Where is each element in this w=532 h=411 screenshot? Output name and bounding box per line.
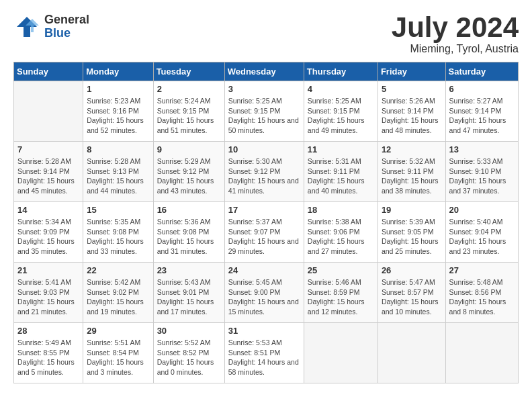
logo-general-text: General [44,13,89,27]
day-info: Sunrise: 5:25 AMSunset: 9:15 PMDaylight:… [228,96,300,136]
calendar-cell: 13Sunrise: 5:33 AMSunset: 9:10 PMDayligh… [445,142,518,202]
day-info: Sunrise: 5:28 AMSunset: 9:13 PMDaylight:… [87,156,149,196]
day-number: 26 [382,265,442,275]
day-info: Sunrise: 5:26 AMSunset: 9:14 PMDaylight:… [382,96,442,136]
calendar-cell: 6Sunrise: 5:27 AMSunset: 9:14 PMDaylight… [445,81,518,142]
calendar-cell: 26Sunrise: 5:47 AMSunset: 8:57 PMDayligh… [378,263,445,323]
day-info: Sunrise: 5:42 AMSunset: 9:02 PMDaylight:… [87,277,149,317]
calendar-cell: 10Sunrise: 5:30 AMSunset: 9:12 PMDayligh… [224,142,304,202]
day-info: Sunrise: 5:36 AMSunset: 9:08 PMDaylight:… [157,217,221,257]
day-number: 9 [157,144,221,154]
day-info: Sunrise: 5:38 AMSunset: 9:06 PMDaylight:… [308,217,374,257]
day-number: 5 [382,84,442,94]
logo: General Blue [13,13,89,40]
day-number: 28 [17,326,79,336]
day-info: Sunrise: 5:46 AMSunset: 8:59 PMDaylight:… [308,277,374,317]
day-info: Sunrise: 5:35 AMSunset: 9:08 PMDaylight:… [87,217,149,257]
day-number: 18 [308,205,374,215]
calendar-cell: 14Sunrise: 5:34 AMSunset: 9:09 PMDayligh… [14,202,83,263]
day-info: Sunrise: 5:48 AMSunset: 8:56 PMDaylight:… [449,277,515,317]
calendar-cell: 19Sunrise: 5:39 AMSunset: 9:05 PMDayligh… [378,202,445,263]
day-info: Sunrise: 5:53 AMSunset: 8:51 PMDaylight:… [228,338,300,377]
calendar-cell: 22Sunrise: 5:42 AMSunset: 9:02 PMDayligh… [83,263,153,323]
calendar-week-row: 21Sunrise: 5:41 AMSunset: 9:03 PMDayligh… [14,263,519,323]
day-info: Sunrise: 5:51 AMSunset: 8:54 PMDaylight:… [87,338,149,377]
day-number: 23 [157,265,221,275]
calendar-cell: 2Sunrise: 5:24 AMSunset: 9:15 PMDaylight… [153,81,224,142]
day-info: Sunrise: 5:52 AMSunset: 8:52 PMDaylight:… [157,338,221,377]
day-number: 16 [157,205,221,215]
header-day-monday: Monday [83,62,153,81]
day-info: Sunrise: 5:45 AMSunset: 9:00 PMDaylight:… [228,277,300,317]
day-number: 2 [157,84,221,94]
day-info: Sunrise: 5:29 AMSunset: 9:12 PMDaylight:… [157,156,221,196]
calendar-cell: 15Sunrise: 5:35 AMSunset: 9:08 PMDayligh… [83,202,153,263]
calendar-cell: 4Sunrise: 5:25 AMSunset: 9:15 PMDaylight… [304,81,378,142]
day-number: 12 [382,144,442,154]
day-info: Sunrise: 5:32 AMSunset: 9:11 PMDaylight:… [382,156,442,196]
day-number: 13 [449,144,515,154]
day-number: 25 [308,265,374,275]
svg-marker-0 [17,17,37,37]
day-number: 7 [17,144,79,154]
calendar-cell: 3Sunrise: 5:25 AMSunset: 9:15 PMDaylight… [224,81,304,142]
day-info: Sunrise: 5:40 AMSunset: 9:04 PMDaylight:… [449,217,515,257]
day-number: 10 [228,144,300,154]
calendar-cell: 12Sunrise: 5:32 AMSunset: 9:11 PMDayligh… [378,142,445,202]
day-number: 31 [228,326,300,336]
day-number: 11 [308,144,374,154]
day-info: Sunrise: 5:34 AMSunset: 9:09 PMDaylight:… [17,217,79,257]
calendar-cell: 30Sunrise: 5:52 AMSunset: 8:52 PMDayligh… [153,323,224,383]
day-info: Sunrise: 5:28 AMSunset: 9:14 PMDaylight:… [17,156,79,196]
logo-icon [13,13,40,40]
day-info: Sunrise: 5:23 AMSunset: 9:16 PMDaylight:… [87,96,149,136]
calendar-cell: 16Sunrise: 5:36 AMSunset: 9:08 PMDayligh… [153,202,224,263]
calendar-cell: 1Sunrise: 5:23 AMSunset: 9:16 PMDaylight… [83,81,153,142]
day-number: 15 [87,205,149,215]
calendar-cell: 9Sunrise: 5:29 AMSunset: 9:12 PMDaylight… [153,142,224,202]
calendar-cell [378,323,445,383]
calendar-cell: 11Sunrise: 5:31 AMSunset: 9:11 PMDayligh… [304,142,378,202]
day-number: 24 [228,265,300,275]
header-day-tuesday: Tuesday [153,62,224,81]
day-info: Sunrise: 5:30 AMSunset: 9:12 PMDaylight:… [228,156,300,196]
calendar-cell: 31Sunrise: 5:53 AMSunset: 8:51 PMDayligh… [224,323,304,383]
day-number: 30 [157,326,221,336]
day-number: 14 [17,205,79,215]
day-info: Sunrise: 5:24 AMSunset: 9:15 PMDaylight:… [157,96,221,136]
calendar-cell: 21Sunrise: 5:41 AMSunset: 9:03 PMDayligh… [14,263,83,323]
calendar-week-row: 7Sunrise: 5:28 AMSunset: 9:14 PMDaylight… [14,142,519,202]
day-number: 20 [449,205,515,215]
header-day-friday: Friday [378,62,445,81]
day-number: 3 [228,84,300,94]
calendar-cell: 8Sunrise: 5:28 AMSunset: 9:13 PMDaylight… [83,142,153,202]
day-number: 4 [308,84,374,94]
day-info: Sunrise: 5:33 AMSunset: 9:10 PMDaylight:… [449,156,515,196]
day-info: Sunrise: 5:41 AMSunset: 9:03 PMDaylight:… [17,277,79,317]
calendar-cell [14,81,83,142]
calendar-cell: 5Sunrise: 5:26 AMSunset: 9:14 PMDaylight… [378,81,445,142]
day-number: 17 [228,205,300,215]
logo-text: General Blue [44,13,89,40]
day-number: 6 [449,84,515,94]
day-number: 19 [382,205,442,215]
calendar-week-row: 14Sunrise: 5:34 AMSunset: 9:09 PMDayligh… [14,202,519,263]
day-number: 29 [87,326,149,336]
day-info: Sunrise: 5:49 AMSunset: 8:55 PMDaylight:… [17,338,79,377]
day-number: 22 [87,265,149,275]
calendar-cell: 24Sunrise: 5:45 AMSunset: 9:00 PMDayligh… [224,263,304,323]
day-number: 21 [17,265,79,275]
location-text: Mieming, Tyrol, Austria [392,43,519,55]
day-info: Sunrise: 5:43 AMSunset: 9:01 PMDaylight:… [157,277,221,317]
page-header: General Blue July 2024 Mieming, Tyrol, A… [13,13,519,55]
calendar-cell: 27Sunrise: 5:48 AMSunset: 8:56 PMDayligh… [445,263,518,323]
day-number: 1 [87,84,149,94]
calendar-week-row: 28Sunrise: 5:49 AMSunset: 8:55 PMDayligh… [14,323,519,383]
calendar-cell: 17Sunrise: 5:37 AMSunset: 9:07 PMDayligh… [224,202,304,263]
header-day-thursday: Thursday [304,62,378,81]
header-day-wednesday: Wednesday [224,62,304,81]
day-info: Sunrise: 5:47 AMSunset: 8:57 PMDaylight:… [382,277,442,317]
title-block: July 2024 Mieming, Tyrol, Austria [392,13,519,55]
calendar-week-row: 1Sunrise: 5:23 AMSunset: 9:16 PMDaylight… [14,81,519,142]
header-day-saturday: Saturday [445,62,518,81]
